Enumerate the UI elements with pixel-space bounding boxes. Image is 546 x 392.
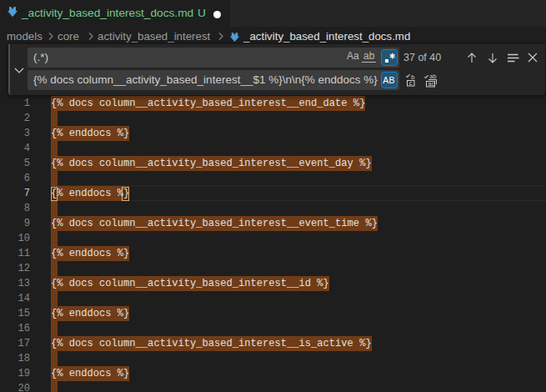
- svg-text:ab: ab: [429, 73, 436, 79]
- svg-text:ac: ac: [428, 81, 434, 87]
- svg-text:c: c: [409, 80, 413, 86]
